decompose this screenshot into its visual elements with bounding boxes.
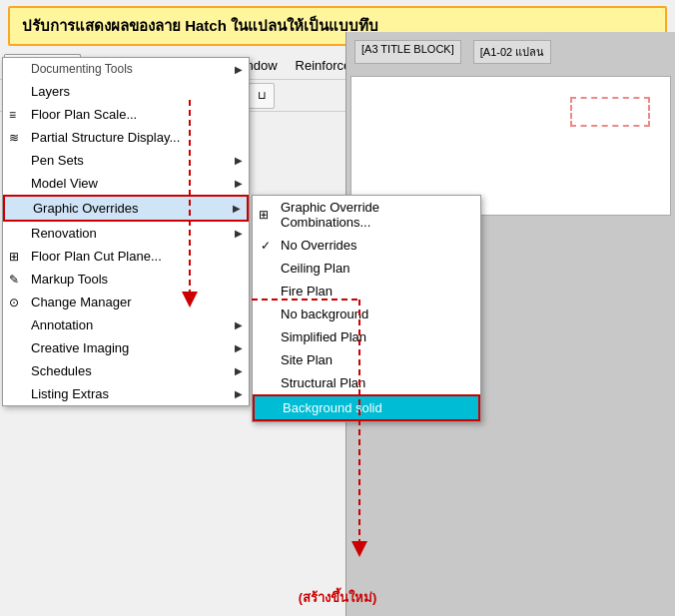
- submenu-simplified-plan[interactable]: Simplified Plan: [253, 325, 480, 348]
- submenu-site-plan[interactable]: Site Plan: [253, 348, 480, 371]
- arrow-icon: ▶: [235, 342, 243, 353]
- arrow-icon: ▶: [235, 178, 243, 189]
- plan-label-bar[interactable]: [A1-02 แปลน: [473, 40, 551, 64]
- submenu-fire-plan[interactable]: Fire Plan: [253, 280, 480, 303]
- submenu-ceiling-plan[interactable]: Ceiling Plan: [253, 257, 480, 280]
- combinations-icon: ⊞: [259, 208, 269, 222]
- menu-pen-sets[interactable]: Pen Sets ▶: [3, 149, 249, 172]
- menu-layers[interactable]: Layers: [3, 80, 249, 103]
- arrow-icon: ▶: [235, 228, 243, 239]
- arrow-icon: ▶: [233, 203, 241, 214]
- submenu-combinations[interactable]: ⊞ Graphic Override Combinations...: [253, 196, 480, 234]
- menu-floor-plan-cut[interactable]: ⊞ Floor Plan Cut Plane...: [3, 245, 249, 268]
- title-block-bar[interactable]: [A3 TITLE BLOCK]: [354, 40, 461, 64]
- arrow-icon: ▶: [235, 155, 243, 166]
- menu-model-view[interactable]: Model View ▶: [3, 172, 249, 195]
- floor-plan-scale-icon: ≡: [9, 108, 16, 122]
- menu-annotation[interactable]: Annotation ▶: [3, 313, 249, 336]
- menu-markup-tools[interactable]: ✎ Markup Tools: [3, 268, 249, 291]
- arrow-icon: ▶: [235, 365, 243, 376]
- document-menu: Documenting Tools ▶ Layers ≡ Floor Plan …: [2, 57, 250, 406]
- graphic-overrides-submenu: ⊞ Graphic Override Combinations... ✓ No …: [252, 195, 481, 422]
- arrow-icon: ▶: [235, 319, 243, 330]
- menu-partial-structure[interactable]: ≋ Partial Structure Display...: [3, 126, 249, 149]
- menu-renovation[interactable]: Renovation ▶: [3, 222, 249, 245]
- menu-listing-extras[interactable]: Listing Extras ▶: [3, 382, 249, 405]
- menu-creative-imaging[interactable]: Creative Imaging ▶: [3, 336, 249, 359]
- menu-documenting-tools[interactable]: Documenting Tools ▶: [3, 58, 249, 80]
- submenu-structural-plan[interactable]: Structural Plan: [253, 371, 480, 394]
- toolbar-btn-9[interactable]: ⊔: [249, 83, 275, 109]
- arrow-icon: ▶: [235, 388, 243, 399]
- menu-graphic-overrides[interactable]: Graphic Overrides ▶: [3, 195, 249, 222]
- menu-floor-plan-scale[interactable]: ≡ Floor Plan Scale...: [3, 103, 249, 126]
- check-icon: ✓: [261, 239, 271, 253]
- canvas-title-bar: [A3 TITLE BLOCK] [A1-02 แปลน: [346, 32, 675, 72]
- menu-change-manager[interactable]: ⊙ Change Manager: [3, 291, 249, 313]
- dashed-box: [570, 97, 650, 127]
- change-manager-icon: ⊙: [9, 296, 19, 309]
- submenu-no-background[interactable]: No background: [253, 303, 480, 325]
- markup-tools-icon: ✎: [9, 273, 19, 287]
- menu-schedules[interactable]: Schedules ▶: [3, 359, 249, 382]
- submenu-no-overrides[interactable]: ✓ No Overrides: [253, 234, 480, 257]
- partial-structure-icon: ≋: [9, 131, 19, 145]
- arrow-icon: ▶: [235, 64, 243, 75]
- floor-plan-cut-icon: ⊞: [9, 250, 19, 264]
- submenu-background-solid[interactable]: Background solid: [253, 394, 480, 421]
